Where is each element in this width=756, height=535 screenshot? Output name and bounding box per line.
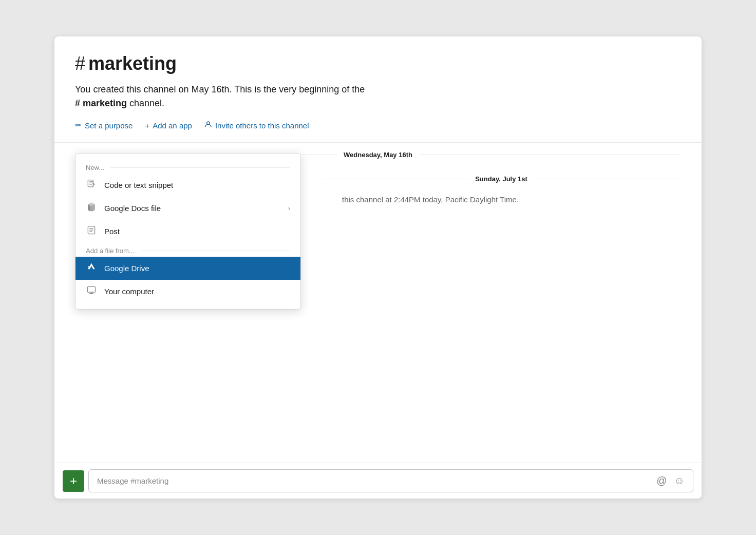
channel-hash: #	[75, 53, 85, 74]
invite-button[interactable]: Invite others to this channel	[204, 121, 309, 130]
google-docs-label: Google Docs file	[104, 204, 281, 213]
channel-description: You created this channel on May 16th. Th…	[75, 83, 681, 110]
pencil-icon: ✏	[75, 121, 82, 130]
file-section-label: Add a file from...	[75, 243, 300, 257]
svg-rect-3	[88, 286, 96, 292]
computer-item[interactable]: Your computer	[75, 280, 300, 303]
snippet-label: Code or text snippet	[104, 181, 290, 189]
dropdown-menu: New... Code or text snippet	[75, 153, 301, 310]
divider-line-right	[419, 155, 681, 155]
set-purpose-button[interactable]: ✏ Set a purpose	[75, 121, 133, 130]
plus-icon: +	[70, 474, 77, 488]
post-item[interactable]: Post	[75, 220, 300, 243]
chat-body: Wednesday, May 16th New... Code or text …	[54, 143, 702, 463]
date-label-second: Sunday, July 1st	[475, 175, 527, 183]
computer-label: Your computer	[104, 287, 290, 296]
channel-name: marketing	[88, 53, 177, 74]
snippet-item[interactable]: Code or text snippet	[75, 174, 300, 197]
computer-icon	[86, 285, 97, 298]
new-section-label: New...	[75, 160, 300, 174]
svg-point-0	[207, 122, 210, 125]
add-app-label: Add an app	[153, 121, 192, 130]
message-bar: + Message #marketing @ ☺	[54, 463, 702, 499]
set-purpose-label: Set a purpose	[85, 121, 133, 130]
channel-title: # marketing	[75, 53, 681, 74]
google-drive-item[interactable]: Google Drive	[75, 257, 300, 280]
plus-icon: +	[145, 121, 149, 130]
emoji-icon[interactable]: ☺	[674, 475, 685, 487]
channel-actions: ✏ Set a purpose + Add an app Invite othe…	[75, 121, 681, 130]
message-placeholder: Message #marketing	[97, 476, 168, 485]
person-icon	[204, 121, 212, 130]
description-channel: # marketing	[75, 98, 127, 108]
snippet-icon	[86, 179, 97, 192]
divider-line-2-right	[534, 179, 681, 179]
arrow-icon: ›	[288, 204, 290, 212]
date-divider-second: Sunday, July 1st	[301, 167, 702, 191]
google-drive-label: Google Drive	[104, 264, 290, 273]
chat-container: # marketing You created this channel on …	[54, 36, 702, 499]
google-docs-item[interactable]: Google Docs file ›	[75, 197, 300, 220]
date-label-first: Wednesday, May 16th	[344, 151, 412, 159]
invite-label: Invite others to this channel	[215, 121, 309, 130]
post-label: Post	[104, 227, 290, 236]
description-suffix: channel.	[129, 98, 164, 108]
add-file-button[interactable]: +	[63, 470, 84, 492]
description-prefix: You created this channel on May 16th. Th…	[75, 84, 365, 94]
google-docs-icon	[86, 202, 97, 215]
add-app-button[interactable]: + Add an app	[145, 121, 192, 130]
google-drive-icon	[86, 262, 97, 275]
post-icon	[86, 225, 97, 238]
svg-rect-1	[88, 180, 93, 187]
at-icon[interactable]: @	[656, 475, 667, 487]
channel-header: # marketing You created this channel on …	[54, 36, 702, 143]
message-input-wrapper[interactable]: Message #marketing @ ☺	[88, 469, 693, 492]
divider-line-2-left	[322, 179, 469, 179]
input-icons: @ ☺	[656, 475, 685, 487]
